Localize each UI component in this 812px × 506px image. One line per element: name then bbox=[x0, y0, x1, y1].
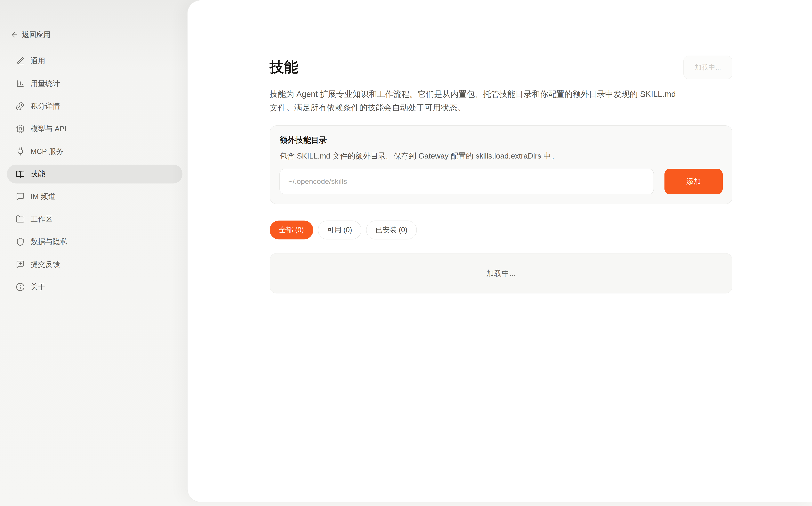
pencil-line-icon bbox=[16, 57, 25, 66]
sidebar-item-credits[interactable]: 积分详情 bbox=[7, 97, 182, 116]
sidebar-item-about[interactable]: 关于 bbox=[7, 277, 182, 297]
filter-available[interactable]: 可用 (0) bbox=[318, 221, 361, 240]
sidebar-nav: 通用 用量统计 积分详情 模型与 API MCP 服务 技能 bbox=[0, 52, 187, 297]
message-square-plus-icon bbox=[16, 260, 25, 269]
sidebar-item-label: 数据与隐私 bbox=[30, 237, 67, 247]
coins-icon bbox=[16, 102, 25, 111]
arrow-left-icon bbox=[10, 31, 18, 38]
message-square-icon bbox=[16, 192, 25, 201]
sidebar-item-usage-stats[interactable]: 用量统计 bbox=[7, 74, 182, 93]
sidebar-item-label: IM 频道 bbox=[30, 192, 56, 201]
sidebar-item-data-privacy[interactable]: 数据与隐私 bbox=[7, 233, 182, 251]
card-description: 包含 SKILL.md 文件的额外目录。保存到 Gateway 配置的 skil… bbox=[280, 151, 723, 161]
filter-installed[interactable]: 已安装 (0) bbox=[366, 221, 417, 240]
sidebar-item-label: 用量统计 bbox=[30, 79, 60, 89]
sidebar-item-skills[interactable]: 技能 bbox=[7, 165, 182, 183]
directory-input[interactable] bbox=[280, 169, 654, 194]
book-open-icon bbox=[16, 170, 25, 179]
extra-skill-dirs-card: 额外技能目录 包含 SKILL.md 文件的额外目录。保存到 Gateway 配… bbox=[270, 125, 733, 204]
sidebar-item-workspace[interactable]: 工作区 bbox=[7, 210, 182, 229]
sidebar-item-label: 技能 bbox=[30, 169, 45, 179]
sidebar-item-im-channels[interactable]: IM 频道 bbox=[7, 187, 182, 206]
sidebar-item-label: 模型与 API bbox=[30, 124, 66, 134]
skills-list-loading-panel: 加载中... bbox=[270, 253, 733, 293]
directory-input-row: 添加 bbox=[280, 169, 723, 194]
settings-window: 返回应用 通用 用量统计 积分详情 模型与 API MCP 服务 bbox=[0, 0, 812, 506]
info-icon bbox=[16, 282, 25, 291]
add-button[interactable]: 添加 bbox=[664, 169, 723, 194]
cpu-icon bbox=[16, 124, 25, 134]
sidebar-item-mcp[interactable]: MCP 服务 bbox=[7, 142, 182, 161]
filter-all[interactable]: 全部 (0) bbox=[270, 221, 313, 240]
sidebar-item-label: 工作区 bbox=[30, 214, 53, 224]
card-title: 额外技能目录 bbox=[280, 135, 723, 146]
sidebar-item-general[interactable]: 通用 bbox=[7, 52, 182, 71]
plug-icon bbox=[16, 147, 25, 156]
sidebar-item-label: 提交反馈 bbox=[30, 260, 60, 269]
sidebar-item-models-api[interactable]: 模型与 API bbox=[7, 119, 182, 138]
sidebar-item-label: 积分详情 bbox=[30, 101, 60, 111]
title-row: 技能 加载中... bbox=[270, 56, 733, 79]
sidebar-item-feedback[interactable]: 提交反馈 bbox=[7, 255, 182, 274]
loading-button[interactable]: 加载中... bbox=[683, 56, 732, 79]
chart-column-icon bbox=[16, 79, 25, 88]
sidebar: 返回应用 通用 用量统计 积分详情 模型与 API MCP 服务 bbox=[0, 0, 187, 506]
sidebar-item-label: 关于 bbox=[30, 282, 45, 292]
sidebar-item-label: MCP 服务 bbox=[30, 147, 63, 156]
folder-icon bbox=[16, 215, 25, 224]
main-panel: 技能 加载中... 技能为 Agent 扩展专业知识和工作流程。它们是从内置包、… bbox=[187, 0, 812, 502]
loading-text: 加载中... bbox=[487, 268, 516, 279]
back-to-app-button[interactable]: 返回应用 bbox=[10, 30, 187, 39]
sidebar-item-label: 通用 bbox=[30, 56, 45, 66]
skills-page: 技能 加载中... 技能为 Agent 扩展专业知识和工作流程。它们是从内置包、… bbox=[270, 56, 733, 293]
back-to-app-label: 返回应用 bbox=[22, 30, 51, 39]
page-description: 技能为 Agent 扩展专业知识和工作流程。它们是从内置包、托管技能目录和你配置… bbox=[270, 88, 679, 114]
page-title: 技能 bbox=[270, 58, 299, 77]
shield-icon bbox=[16, 237, 25, 246]
filter-pills: 全部 (0) 可用 (0) 已安装 (0) bbox=[270, 221, 733, 240]
